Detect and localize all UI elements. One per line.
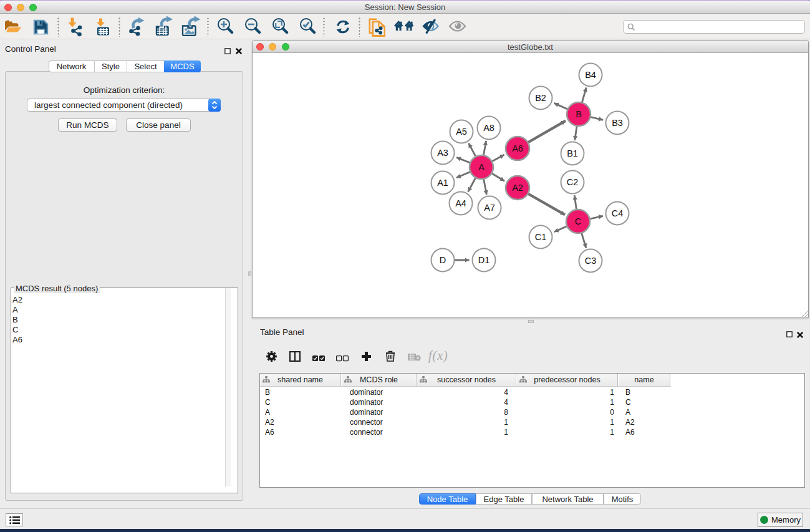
svg-text:C4: C4	[612, 208, 624, 218]
svg-text:A3: A3	[437, 148, 448, 158]
svg-text:C2: C2	[567, 177, 579, 187]
svg-text:D: D	[440, 255, 446, 265]
svg-text:A5: A5	[456, 127, 467, 137]
svg-text:C1: C1	[535, 232, 547, 242]
svg-text:A8: A8	[483, 123, 494, 133]
svg-text:A1: A1	[437, 178, 448, 188]
svg-text:A: A	[478, 162, 485, 172]
svg-text:C: C	[575, 216, 581, 226]
svg-text:A2: A2	[512, 183, 523, 193]
svg-text:B1: B1	[567, 148, 578, 158]
svg-text:B: B	[576, 109, 582, 119]
svg-text:B4: B4	[585, 70, 596, 80]
svg-text:A7: A7	[484, 203, 495, 213]
svg-text:A4: A4	[455, 198, 466, 208]
svg-text:C3: C3	[585, 256, 597, 266]
svg-text:D1: D1	[478, 255, 490, 265]
svg-text:A6: A6	[512, 143, 523, 153]
svg-text:B3: B3	[612, 118, 623, 128]
svg-text:B2: B2	[535, 93, 546, 103]
